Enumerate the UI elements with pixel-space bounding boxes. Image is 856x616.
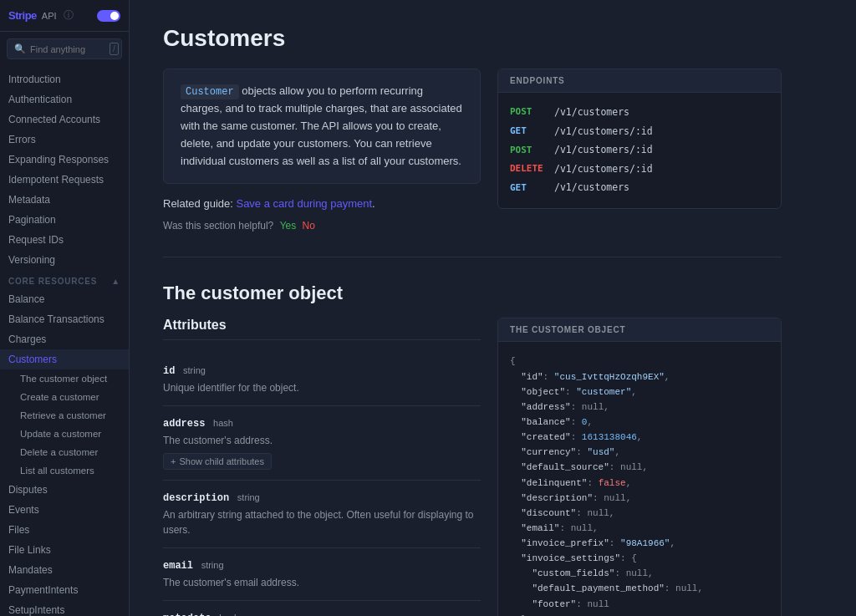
sidebar-item-introduction[interactable]: Introduction [0, 69, 129, 89]
page-title: Customers [163, 25, 782, 52]
customers-section: Customers Customer objects allow you to … [163, 25, 782, 232]
sidebar-item-idempotent-requests[interactable]: Idempotent Requests [0, 170, 129, 190]
attr-metadata: metadata hash [163, 601, 481, 616]
sidebar-item-balance-transactions[interactable]: Balance Transactions [0, 309, 129, 329]
sidebar-item-request-ids[interactable]: Request IDs [0, 230, 129, 250]
endpoint-0-path: /v1/customers [554, 104, 629, 121]
core-resources-section-title: CORE RESOURCES ▲ [0, 270, 129, 289]
endpoint-3-method: DELETE [510, 161, 548, 177]
attr-id: id string Unique identifier for the obje… [163, 354, 481, 406]
sidebar-item-charges[interactable]: Charges [0, 329, 129, 349]
related-guide: Related guide: Save a card during paymen… [163, 197, 481, 210]
show-child-label: Show child attributes [179, 456, 264, 466]
sidebar-header: Stripe API ⓘ [0, 0, 129, 32]
endpoints-box: ENDPOINTS POST /v1/customers GET /v1/cus… [497, 69, 782, 209]
sidebar-item-retrieve-a-customer[interactable]: Retrieve a customer [0, 406, 129, 425]
endpoint-2: POST /v1/customers/:id [510, 142, 769, 159]
customer-object-code-panel: THE CUSTOMER OBJECT { "id": "cus_IvttqHz… [497, 318, 782, 616]
help-icon: ⓘ [64, 8, 74, 23]
attr-email-name: email [163, 560, 193, 572]
endpoint-2-path: /v1/customers/:id [554, 142, 653, 159]
search-shortcut: / [110, 43, 119, 55]
attr-address: address hash The customer's address. + S… [163, 406, 481, 481]
attr-description-name: description [163, 492, 229, 504]
sidebar-item-pagination[interactable]: Pagination [0, 210, 129, 230]
endpoint-1-path: /v1/customers/:id [554, 124, 653, 140]
customer-object-code-body: { "id": "cus_IvttqHzOzqh9EX", "object": … [498, 342, 781, 616]
sidebar-item-disputes[interactable]: Disputes [0, 480, 129, 500]
customer-object-two-col: Attributes id string Unique identifier f… [163, 318, 782, 616]
sidebar-item-file-links[interactable]: File Links [0, 540, 129, 560]
api-label: API [42, 11, 57, 21]
customer-object-section: The customer object Attributes id string… [163, 283, 782, 616]
endpoints-header: ENDPOINTS [498, 69, 781, 93]
sidebar-item-paymentintents[interactable]: PaymentIntents [0, 580, 129, 600]
sidebar-item-events[interactable]: Events [0, 500, 129, 520]
section-divider [163, 257, 782, 257]
customer-code-inline: Customer [181, 84, 239, 99]
attr-email: email string The customer's email addres… [163, 548, 481, 601]
search-input[interactable] [30, 44, 105, 54]
show-child-attributes-button[interactable]: + Show child attributes [163, 453, 272, 470]
endpoint-2-method: POST [510, 143, 548, 159]
main-content: Customers Customer objects allow you to … [130, 0, 856, 616]
endpoint-3-path: /v1/customers/:id [554, 161, 653, 178]
customer-object-title: The customer object [163, 283, 782, 304]
endpoint-4: GET /v1/customers [510, 180, 769, 196]
endpoint-4-method: GET [510, 181, 548, 196]
plus-icon: + [171, 456, 176, 466]
sidebar-item-files[interactable]: Files [0, 520, 129, 540]
endpoint-0-method: POST [510, 104, 548, 120]
attr-id-type: string [183, 365, 206, 375]
stripe-logo: Stripe [8, 9, 37, 22]
endpoints-panel: ENDPOINTS POST /v1/customers GET /v1/cus… [497, 69, 782, 232]
sidebar-item-update-a-customer[interactable]: Update a customer [0, 425, 129, 443]
attr-address-type: hash [213, 418, 233, 428]
sidebar-item-authentication[interactable]: Authentication [0, 89, 129, 109]
attr-metadata-type: hash [219, 613, 239, 616]
sidebar-item-metadata[interactable]: Metadata [0, 190, 129, 210]
sidebar: Stripe API ⓘ 🔍 / Introduction Authentica… [0, 0, 130, 616]
collapse-icon[interactable]: ▲ [111, 277, 120, 286]
attr-description-desc: An arbitrary string attached to the obje… [163, 507, 481, 537]
attr-description-type: string [237, 492, 260, 502]
sidebar-item-delete-a-customer[interactable]: Delete a customer [0, 443, 129, 461]
attr-email-desc: The customer's email address. [163, 575, 481, 590]
sidebar-item-balance[interactable]: Balance [0, 289, 129, 309]
dark-mode-toggle[interactable] [97, 10, 120, 22]
related-guide-link[interactable]: Save a card during payment [236, 197, 372, 210]
search-icon: 🔍 [14, 43, 26, 54]
attributes-title: Attributes [163, 318, 481, 340]
customers-description: Customer objects allow you to perform re… [163, 69, 481, 184]
search-bar[interactable]: 🔍 / [7, 38, 122, 59]
attr-id-desc: Unique identifier for the object. [163, 380, 481, 395]
endpoint-1: GET /v1/customers/:id [510, 124, 769, 140]
sidebar-item-connected-accounts[interactable]: Connected Accounts [0, 109, 129, 130]
sidebar-item-errors[interactable]: Errors [0, 130, 129, 150]
endpoints-list: POST /v1/customers GET /v1/customers/:id… [498, 93, 781, 208]
endpoint-4-path: /v1/customers [554, 180, 629, 196]
attr-email-type: string [201, 560, 224, 570]
endpoint-3: DELETE /v1/customers/:id [510, 161, 769, 178]
attr-description: description string An arbitrary string a… [163, 481, 481, 548]
attr-address-name: address [163, 418, 205, 430]
sidebar-item-setupintents[interactable]: SetupIntents [0, 600, 129, 616]
sidebar-item-customers[interactable]: Customers [0, 349, 129, 369]
helpful-no-button[interactable]: No [303, 220, 315, 232]
helpful-yes-button[interactable]: Yes [280, 220, 297, 232]
attributes-column: Attributes id string Unique identifier f… [163, 318, 481, 616]
attr-id-name: id [163, 365, 175, 377]
attr-address-desc: The customer's address. [163, 433, 481, 448]
helpful-prompt: Was this section helpful? Yes No [163, 220, 481, 232]
sidebar-item-create-a-customer[interactable]: Create a customer [0, 388, 129, 406]
sidebar-item-the-customer-object[interactable]: The customer object [0, 369, 129, 388]
sidebar-item-versioning[interactable]: Versioning [0, 250, 129, 270]
sidebar-item-list-all-customers[interactable]: List all customers [0, 461, 129, 480]
attr-metadata-name: metadata [163, 613, 211, 616]
endpoint-0: POST /v1/customers [510, 104, 769, 121]
sidebar-item-expanding-responses[interactable]: Expanding Responses [0, 150, 129, 170]
sidebar-item-mandates[interactable]: Mandates [0, 560, 129, 580]
endpoint-1-method: GET [510, 124, 548, 140]
customer-object-code-header: THE CUSTOMER OBJECT [498, 318, 781, 342]
sidebar-nav: Introduction Authentication Connected Ac… [0, 66, 129, 616]
